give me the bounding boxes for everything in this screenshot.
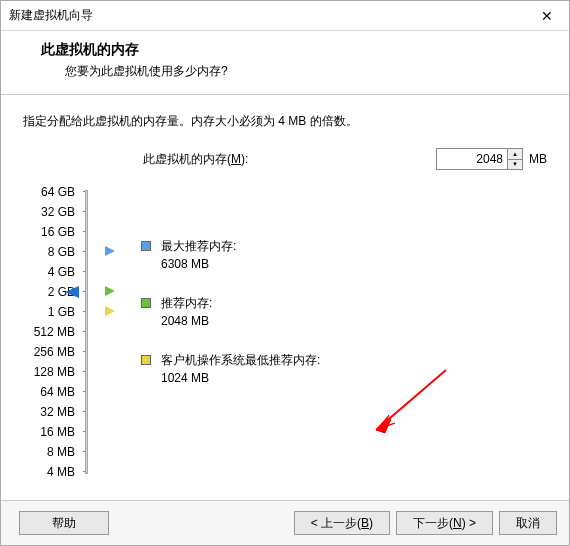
spinner-down-icon[interactable]: ▼	[508, 160, 522, 170]
legend-min-label: 客户机操作系统最低推荐内存:	[161, 352, 320, 369]
scale-label: 4 MB	[23, 462, 83, 482]
scale-label: 4 GB	[23, 262, 83, 282]
close-icon: ✕	[541, 8, 553, 24]
scale-label: 128 MB	[23, 362, 83, 382]
legend-min-value: 1024 MB	[161, 371, 320, 385]
scale-label: 8 MB	[23, 442, 83, 462]
help-button[interactable]: 帮助	[19, 511, 109, 535]
close-button[interactable]: ✕	[524, 1, 569, 31]
marker-max-icon	[105, 246, 115, 256]
memory-row: 此虚拟机的内存(M): ▲ ▼ MB	[23, 148, 547, 170]
memory-unit: MB	[529, 152, 547, 166]
legend-max: 最大推荐内存: 6308 MB	[141, 238, 547, 271]
cancel-button[interactable]: 取消	[499, 511, 557, 535]
scale-label: 16 MB	[23, 422, 83, 442]
legend-max-value: 6308 MB	[161, 257, 236, 271]
memory-spinner[interactable]: ▲ ▼	[436, 148, 523, 170]
legend-min-icon	[141, 355, 151, 365]
legend-recommended-icon	[141, 298, 151, 308]
legend-recommended: 推荐内存: 2048 MB	[141, 295, 547, 328]
scale-area: 64 GB 32 GB 16 GB 8 GB 4 GB 2 GB 1 GB 51…	[23, 182, 547, 482]
marker-recommended-icon	[105, 286, 115, 296]
scale-label: 64 GB	[23, 182, 83, 202]
next-button[interactable]: 下一步(N) >	[396, 511, 493, 535]
memory-input[interactable]	[437, 149, 507, 169]
scale-label: 64 MB	[23, 382, 83, 402]
wizard-window: 新建虚拟机向导 ✕ 此虚拟机的内存 您要为此虚拟机使用多少内存? 指定分配给此虚…	[0, 0, 570, 546]
slider-thumb-icon[interactable]	[65, 286, 79, 298]
page-subtitle: 您要为此虚拟机使用多少内存?	[41, 63, 545, 80]
scale-label: 512 MB	[23, 322, 83, 342]
back-button[interactable]: < 上一步(B)	[294, 511, 390, 535]
instruction-text: 指定分配给此虚拟机的内存量。内存大小必须为 4 MB 的倍数。	[23, 113, 547, 130]
legend: 最大推荐内存: 6308 MB 推荐内存: 2048 MB 客户机操作系统最低推…	[141, 182, 547, 482]
scale-label: 1 GB	[23, 302, 83, 322]
slider-track	[85, 190, 88, 474]
legend-recommended-value: 2048 MB	[161, 314, 212, 328]
memory-slider[interactable]	[83, 182, 141, 482]
scale-label: 8 GB	[23, 242, 83, 262]
legend-recommended-label: 推荐内存:	[161, 295, 212, 312]
spinner-buttons: ▲ ▼	[507, 149, 522, 169]
titlebar: 新建虚拟机向导 ✕	[1, 1, 569, 31]
scale-label: 16 GB	[23, 222, 83, 242]
page-title: 此虚拟机的内存	[41, 41, 545, 59]
header: 此虚拟机的内存 您要为此虚拟机使用多少内存?	[1, 31, 569, 95]
marker-min-icon	[105, 306, 115, 316]
scale-label: 32 MB	[23, 402, 83, 422]
spinner-up-icon[interactable]: ▲	[508, 149, 522, 160]
memory-scale: 64 GB 32 GB 16 GB 8 GB 4 GB 2 GB 1 GB 51…	[23, 182, 83, 482]
memory-label: 此虚拟机的内存(M):	[143, 151, 248, 168]
legend-max-icon	[141, 241, 151, 251]
scale-label: 256 MB	[23, 342, 83, 362]
footer: 帮助 < 上一步(B) 下一步(N) > 取消	[1, 500, 569, 545]
window-title: 新建虚拟机向导	[9, 7, 93, 24]
legend-min: 客户机操作系统最低推荐内存: 1024 MB	[141, 352, 547, 385]
scale-label: 32 GB	[23, 202, 83, 222]
legend-max-label: 最大推荐内存:	[161, 238, 236, 255]
content: 指定分配给此虚拟机的内存量。内存大小必须为 4 MB 的倍数。 此虚拟机的内存(…	[1, 95, 569, 500]
annotation-arrow-icon	[361, 365, 451, 445]
